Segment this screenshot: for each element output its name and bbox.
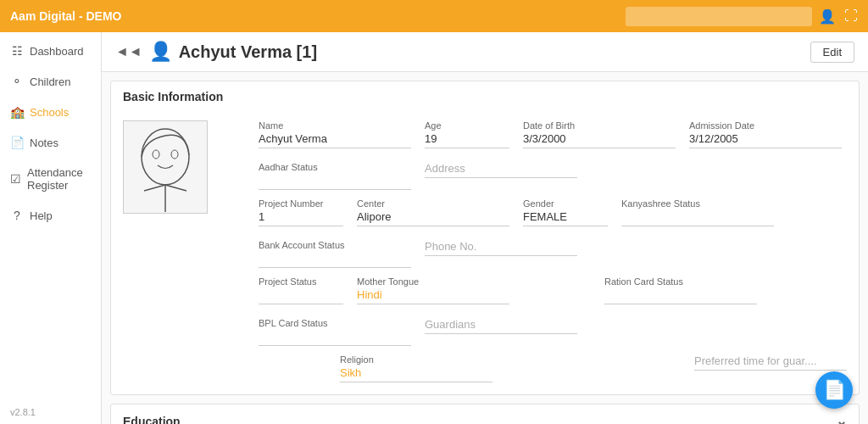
sidebar-item-notes[interactable]: 📄 Notes bbox=[0, 127, 101, 158]
education-title: Education bbox=[123, 415, 181, 425]
children-icon: ⚬ bbox=[10, 75, 24, 88]
education-chevron: ⌄ bbox=[836, 413, 847, 424]
sidebar-label-attendance: Attendance Register bbox=[27, 166, 91, 192]
fab-button[interactable]: 📄 bbox=[815, 371, 853, 409]
guardians-field: Guardians bbox=[425, 318, 577, 346]
sidebar-item-help[interactable]: ? Help bbox=[0, 200, 101, 231]
user-icon[interactable]: 👤 bbox=[819, 8, 836, 25]
schools-icon: 🏫 bbox=[10, 105, 24, 119]
address-field: Address bbox=[425, 162, 577, 190]
search-input[interactable] bbox=[626, 7, 812, 26]
expand-icon[interactable]: ⛶ bbox=[844, 8, 858, 24]
person-icon: 👤 bbox=[149, 41, 172, 63]
center-field: Center Alipore bbox=[357, 198, 509, 226]
ration-field: Ration Card Status bbox=[604, 276, 757, 304]
edit-button[interactable]: Edit bbox=[810, 42, 854, 63]
dashboard-icon: ☷ bbox=[10, 44, 24, 58]
sidebar-item-dashboard[interactable]: ☷ Dashboard bbox=[0, 36, 101, 66]
form-fields: Name Achyut Verma Age 19 Date of Birth 3… bbox=[259, 120, 847, 382]
mother-tongue-field: Mother Tongue Hindi bbox=[357, 276, 509, 304]
help-icon: ? bbox=[10, 209, 24, 222]
attendance-icon: ☑ bbox=[10, 172, 21, 186]
topbar-icons: 👤 ⛶ bbox=[819, 8, 858, 25]
sidebar-label-children: Children bbox=[30, 75, 70, 88]
sidebar-item-attendance[interactable]: ☑ Attendance Register bbox=[0, 158, 101, 200]
app-title: Aam Digital - DEMO bbox=[10, 9, 626, 23]
page-header: ◄◄ 👤 Achyut Verma [1] Edit bbox=[102, 32, 868, 72]
sidebar-label-dashboard: Dashboard bbox=[30, 45, 84, 58]
notes-icon: 📄 bbox=[10, 136, 24, 149]
status-field: Project Status bbox=[259, 276, 343, 304]
dob-field: Date of Birth 3/3/2000 bbox=[523, 120, 676, 148]
back-button[interactable]: ◄◄ bbox=[115, 44, 142, 59]
topbar: Aam Digital - DEMO 👤 ⛶ bbox=[0, 0, 868, 32]
sidebar-item-children[interactable]: ⚬ Children bbox=[0, 66, 101, 97]
sidebar-label-schools: Schools bbox=[30, 106, 69, 119]
svg-line-5 bbox=[165, 185, 186, 191]
svg-point-1 bbox=[153, 150, 159, 159]
svg-line-4 bbox=[144, 185, 165, 191]
basic-info-section: Basic Information bbox=[110, 81, 860, 395]
religion-field: Religion Sikh bbox=[340, 354, 492, 382]
phone-field: Phone No. bbox=[425, 240, 577, 268]
project-field: Project Number 1 bbox=[259, 198, 343, 226]
education-section: Education ⌄ bbox=[110, 404, 860, 424]
svg-point-2 bbox=[171, 150, 178, 159]
svg-point-0 bbox=[142, 129, 189, 185]
kanyashree-field: Kanyashree Status bbox=[621, 198, 774, 226]
basic-info-header[interactable]: Basic Information bbox=[111, 81, 859, 112]
content-area: ◄◄ 👤 Achyut Verma [1] Edit Basic Informa… bbox=[102, 32, 868, 424]
child-photo-svg bbox=[127, 123, 203, 212]
page-title: Achyut Verma [1] bbox=[179, 42, 317, 62]
sidebar-label-notes: Notes bbox=[30, 137, 58, 149]
admission-field: Admission Date 3/12/2005 bbox=[689, 120, 842, 148]
gender-field: Gender FEMALE bbox=[523, 198, 608, 226]
sidebar-label-help: Help bbox=[30, 209, 53, 222]
education-header[interactable]: Education ⌄ bbox=[111, 404, 859, 424]
age-field: Age 19 bbox=[425, 120, 509, 148]
basic-info-body: Name Achyut Verma Age 19 Date of Birth 3… bbox=[111, 112, 859, 394]
name-field: Name Achyut Verma bbox=[259, 120, 411, 148]
aadhar-field: Aadhar Status bbox=[259, 162, 411, 190]
bank-field: Bank Account Status bbox=[259, 240, 411, 268]
basic-info-title: Basic Information bbox=[123, 90, 223, 103]
bpl-field: BPL Card Status bbox=[259, 318, 411, 346]
child-photo bbox=[123, 120, 208, 214]
sidebar-item-schools[interactable]: 🏫 Schools bbox=[0, 97, 101, 127]
version-label: v2.8.1 bbox=[0, 400, 101, 424]
sidebar: ☷ Dashboard ⚬ Children 🏫 Schools 📄 Notes… bbox=[0, 32, 102, 424]
